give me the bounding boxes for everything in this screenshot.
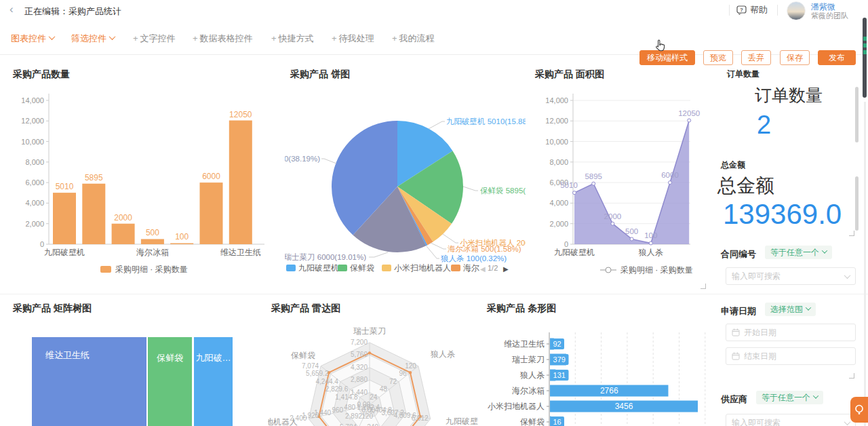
svg-text:4,000: 4,000 bbox=[549, 199, 568, 207]
page-scrollbar-track[interactable] bbox=[864, 102, 866, 426]
bar[interactable] bbox=[170, 243, 193, 244]
divider bbox=[777, 5, 778, 16]
svg-text:维达卫生纸: 维达卫生纸 bbox=[504, 339, 545, 349]
legend-swatch[interactable] bbox=[451, 265, 460, 271]
page-scrollbar-thumb[interactable] bbox=[863, 18, 867, 98]
widget-scrollbar[interactable] bbox=[855, 87, 859, 142]
svg-text:2,829.6: 2,829.6 bbox=[326, 385, 349, 393]
svg-text:10,000: 10,000 bbox=[545, 138, 568, 146]
bar-chart: 02,0004,0006,0008,00010,00012,00014,0005… bbox=[7, 64, 281, 292]
chart-widget-dropdown[interactable]: 图表控件 bbox=[11, 33, 54, 45]
svg-text:7,074: 7,074 bbox=[302, 362, 319, 370]
svg-text:12,000: 12,000 bbox=[21, 117, 44, 125]
svg-text:16: 16 bbox=[553, 418, 561, 426]
end-date-input[interactable]: 结束日期 bbox=[726, 347, 856, 365]
back-icon[interactable]: ‹ bbox=[9, 3, 14, 16]
add-todo-widget[interactable]: +待我处理 bbox=[332, 33, 374, 45]
resize-handle[interactable] bbox=[849, 373, 854, 379]
svg-text:14,000: 14,000 bbox=[545, 96, 568, 104]
bar[interactable] bbox=[229, 121, 252, 244]
treemap-block[interactable]: 维达卫生纸 bbox=[32, 337, 146, 426]
svg-text:海尔冰箱: 海尔冰箱 bbox=[512, 386, 545, 395]
svg-text:4,244.4: 4,244.4 bbox=[315, 378, 338, 385]
start-date-input[interactable]: 开始日期 bbox=[726, 324, 856, 341]
svg-text:小米扫地机器人: 小米扫地机器人 bbox=[268, 417, 298, 426]
svg-text:九阳破壁机: 九阳破壁机 bbox=[446, 417, 478, 426]
filter-label: 供应商 bbox=[721, 393, 747, 406]
user-avatar[interactable] bbox=[787, 1, 806, 20]
resize-handle[interactable] bbox=[701, 284, 706, 289]
svg-text:保鲜袋: 保鲜袋 bbox=[291, 351, 315, 360]
filter-operator-dropdown[interactable]: 等于任意一个 bbox=[765, 246, 832, 259]
svg-text:狼人杀: 狼人杀 bbox=[520, 370, 545, 380]
svg-text:5895: 5895 bbox=[85, 173, 103, 182]
svg-text:5010: 5010 bbox=[560, 181, 578, 189]
stat-title: 总金额 bbox=[717, 173, 774, 199]
filter-widget-dropdown[interactable]: 筛选控件 bbox=[71, 33, 115, 45]
svg-text:72: 72 bbox=[389, 378, 397, 385]
area-chart: 02,0004,0006,0008,00010,00012,00014,0005… bbox=[529, 64, 712, 292]
pie-legend-page: 1/2 bbox=[488, 264, 498, 272]
treemap-block[interactable]: 保鲜袋 bbox=[148, 337, 192, 426]
svg-text:14,000: 14,000 bbox=[21, 96, 44, 104]
svg-text:2,000: 2,000 bbox=[549, 220, 568, 228]
svg-text:瑞士菜刀: 瑞士菜刀 bbox=[353, 326, 386, 336]
preview-button[interactable]: 预览 bbox=[703, 50, 733, 65]
add-text-widget[interactable]: +文字控件 bbox=[133, 33, 176, 45]
discard-button[interactable]: 丢弃 bbox=[741, 50, 771, 65]
mobile-style-button[interactable]: 移动端样式 bbox=[639, 50, 695, 65]
page-title: 正在编辑：采购产品统计 bbox=[24, 5, 121, 18]
bar[interactable] bbox=[200, 182, 223, 244]
filter-operator-dropdown[interactable]: 等于任意一个 bbox=[756, 391, 823, 404]
help-label: 帮助 bbox=[750, 4, 768, 16]
svg-text:狼人杀 100(0.32%): 狼人杀 100(0.32%) bbox=[441, 254, 507, 263]
svg-text:6000: 6000 bbox=[202, 172, 220, 181]
svg-text:1,414.8: 1,414.8 bbox=[335, 393, 358, 401]
svg-text:480: 480 bbox=[344, 404, 355, 411]
divider bbox=[729, 5, 730, 16]
chart-title: 采购产品 条形图 bbox=[487, 303, 556, 315]
pie-chart: 九阳破壁机 5010(15.88%)保鲜袋 5895(18.68%)小米扫地机器… bbox=[285, 64, 526, 292]
svg-text:狼人杀: 狼人杀 bbox=[639, 248, 663, 257]
contract-search-input[interactable]: 输入即可搜索 bbox=[726, 267, 856, 285]
svg-text:5,784: 5,784 bbox=[340, 423, 357, 426]
bar[interactable] bbox=[53, 193, 76, 244]
stat-widget-label: 订单数量 bbox=[727, 69, 760, 80]
team-name: 紫薇的团队 bbox=[811, 11, 848, 21]
widget-scrollbar[interactable] bbox=[855, 176, 859, 231]
add-shortcut-widget[interactable]: +快捷方式 bbox=[271, 33, 314, 45]
treemap-label: 九阳破… bbox=[194, 352, 233, 364]
widget-pie-chart[interactable]: 采购产品 饼图 九阳破壁机 5010(15.88%)保鲜袋 5895(18.68… bbox=[285, 64, 526, 292]
svg-text:2,880: 2,880 bbox=[351, 376, 368, 383]
widget-hbar-chart[interactable]: 采购产品 条形图 维达卫生纸92瑞士菜刀379狼人杀131海尔冰箱2766小米扫… bbox=[478, 298, 712, 426]
bar[interactable] bbox=[141, 239, 164, 244]
svg-text:5895: 5895 bbox=[585, 172, 602, 180]
bar[interactable] bbox=[82, 184, 105, 244]
save-button[interactable]: 保存 bbox=[780, 50, 810, 65]
svg-text:2,000: 2,000 bbox=[25, 220, 44, 228]
widget-radar-chart[interactable]: 采购产品 雷达图 1,4402,8804,3205,7607,200244872… bbox=[268, 298, 478, 426]
add-data-table-widget[interactable]: +数据表格控件 bbox=[193, 33, 253, 45]
legend-swatch[interactable] bbox=[382, 265, 391, 271]
publish-button[interactable]: 发布 bbox=[818, 50, 856, 65]
resize-handle[interactable] bbox=[849, 231, 854, 236]
help-button[interactable]: ? 帮助 bbox=[736, 4, 768, 16]
treemap-block[interactable]: 九阳破… bbox=[194, 337, 233, 426]
svg-text:500: 500 bbox=[625, 227, 638, 235]
supplier-search-input[interactable]: 输入即可搜索 bbox=[726, 414, 856, 426]
legend-swatch[interactable] bbox=[286, 265, 296, 271]
add-my-flow-widget[interactable]: +我的流程 bbox=[392, 33, 435, 45]
svg-text:12,000: 12,000 bbox=[545, 117, 568, 125]
svg-text:小米扫地机器人: 小米扫地机器人 bbox=[394, 263, 451, 273]
widget-treemap-chart[interactable]: 采购产品 矩阵树图 维达卫生纸保鲜袋九阳破… bbox=[7, 298, 268, 426]
filter-operator-dropdown[interactable]: 选择范围 bbox=[765, 303, 816, 316]
chart-title: 采购产品 矩阵树图 bbox=[13, 303, 92, 315]
widget-area-chart[interactable]: 采购产品 面积图 02,0004,0006,0008,00010,00012,0… bbox=[529, 64, 712, 292]
legend-swatch[interactable] bbox=[338, 265, 347, 271]
svg-text:131: 131 bbox=[553, 371, 566, 379]
widget-bar-chart[interactable]: 采购产品数量 02,0004,0006,0008,00010,00012,000… bbox=[7, 64, 281, 292]
svg-text:12050: 12050 bbox=[229, 110, 252, 119]
chart-title: 采购产品 雷达图 bbox=[271, 303, 340, 315]
support-floating-button[interactable] bbox=[850, 397, 868, 423]
bar[interactable] bbox=[112, 224, 135, 244]
